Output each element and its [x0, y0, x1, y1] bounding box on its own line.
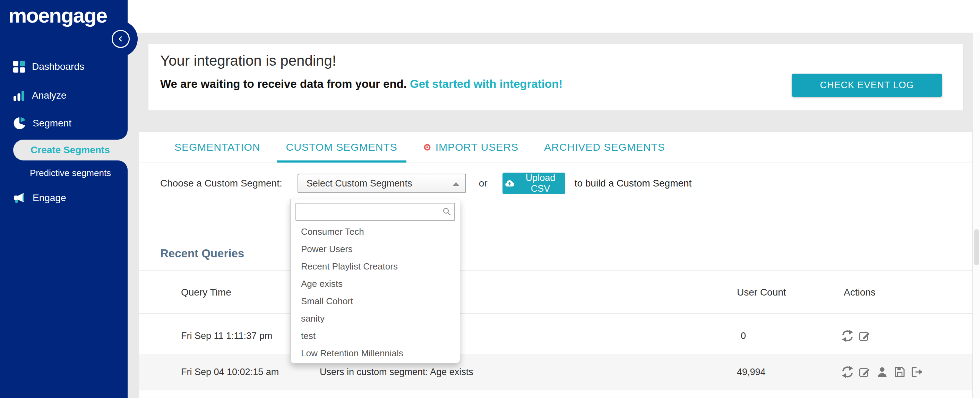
- custom-segment-chooser: Choose a Custom Segment: Select Custom S…: [160, 173, 692, 194]
- dropdown-option[interactable]: Low Retention Millennials: [291, 345, 460, 362]
- check-event-log-button[interactable]: CHECK EVENT LOG: [792, 74, 942, 97]
- banner-title: Your integration is pending!: [160, 53, 336, 69]
- upload-csv-label: Upload CSV: [518, 173, 563, 194]
- red-ring-dot-icon: [423, 143, 431, 152]
- tab-label: SEGMENTATION: [175, 141, 261, 153]
- edit-icon[interactable]: [859, 366, 871, 378]
- search-icon: [442, 207, 452, 216]
- save-icon[interactable]: [893, 366, 906, 378]
- sidebar-item-label: Analyze: [32, 90, 67, 101]
- table-row: Fri Sep 04 10:02:15 am Users in custom s…: [139, 354, 972, 390]
- tab-label: CUSTOM SEGMENTS: [286, 141, 398, 153]
- sidebar-active-item-label: Create Segments: [30, 144, 110, 156]
- section-divider: [139, 270, 972, 270]
- column-header-query-time: Query Time: [181, 287, 231, 298]
- sidebar-item-create-segments[interactable]: Create Segments: [13, 140, 127, 160]
- moengage-app: Live mixpanel_integration ? Need help S: [0, 0, 980, 398]
- top-header: [127, 0, 980, 33]
- tab-segmentation[interactable]: SEGMENTATION: [165, 132, 269, 163]
- chevron-left-icon: [118, 36, 124, 42]
- or-text: or: [479, 178, 488, 189]
- chooser-suffix-text: to build a Custom Segment: [574, 178, 692, 189]
- tab-label: ARCHIVED SEGMENTS: [544, 141, 665, 153]
- upload-csv-button[interactable]: Upload CSV: [503, 173, 565, 194]
- sidebar-item-segment[interactable]: Segment: [13, 116, 72, 130]
- user-count-cell: 0: [741, 331, 746, 341]
- dropdown-option[interactable]: sanity: [291, 310, 460, 327]
- export-icon[interactable]: [911, 366, 923, 378]
- custom-segments-select[interactable]: Select Custom Segments: [298, 174, 466, 193]
- segments-tab-bar: SEGMENTATION CUSTOM SEGMENTS IMPORT USER…: [139, 132, 972, 163]
- user-count-cell: 49,994: [737, 367, 766, 377]
- banner-message: We are waiting to receive data from your…: [160, 77, 563, 91]
- sidebar-item-engage[interactable]: Engage: [13, 191, 66, 205]
- dropdown-option[interactable]: test: [291, 327, 460, 345]
- column-header-user-count: User Count: [737, 287, 786, 298]
- query-time-cell: Fri Sep 04 10:02:15 am: [181, 367, 279, 377]
- sidebar-item-predictive-segments[interactable]: Predictive segments: [30, 166, 111, 180]
- tab-import-users[interactable]: IMPORT USERS: [414, 132, 527, 163]
- dropdown-options-list: Consumer Tech Power Users Recent Playlis…: [291, 223, 460, 362]
- moengage-logo[interactable]: moengage: [8, 3, 107, 27]
- edit-icon[interactable]: [859, 329, 871, 342]
- tab-archived-segments[interactable]: ARCHIVED SEGMENTS: [535, 132, 674, 163]
- refresh-icon[interactable]: [841, 366, 854, 378]
- dropdown-option[interactable]: Consumer Tech: [291, 223, 460, 240]
- sidebar-item-label: Dashboards: [32, 61, 84, 72]
- column-header-actions: Actions: [844, 287, 876, 298]
- user-icon[interactable]: [876, 366, 888, 378]
- dropdown-option[interactable]: Power Users: [291, 240, 460, 258]
- sidebar-top: moengage Dashboards Analyze Segmen: [0, 0, 127, 140]
- actions-cell: [841, 366, 923, 378]
- scrollbar-thumb[interactable]: [974, 229, 979, 265]
- sidebar-item-label: Engage: [33, 192, 66, 203]
- scrollbar-track[interactable]: [973, 33, 980, 398]
- actions-cell: [841, 329, 871, 342]
- dropdown-option[interactable]: Small Cohort: [291, 293, 460, 310]
- chooser-label: Choose a Custom Segment:: [160, 178, 282, 189]
- sidebar-item-label: Segment: [33, 118, 72, 129]
- dropdown-option[interactable]: Recent Playlist Creators: [291, 258, 460, 275]
- segments-card: SEGMENTATION CUSTOM SEGMENTS IMPORT USER…: [139, 131, 973, 398]
- caret-up-icon: [453, 182, 459, 186]
- sidebar-bottom: Predictive segments Engage: [0, 160, 127, 398]
- dropdown-option[interactable]: Age exists: [291, 275, 460, 293]
- grid-icon: [13, 61, 25, 73]
- get-started-link[interactable]: Get started with integration!: [410, 77, 563, 90]
- pie-chart-icon: [13, 117, 25, 129]
- bar-chart-icon: [13, 90, 25, 101]
- tab-custom-segments[interactable]: CUSTOM SEGMENTS: [277, 132, 406, 163]
- custom-segments-dropdown: Consumer Tech Power Users Recent Playlis…: [290, 199, 460, 363]
- banner-message-text: We are waiting to receive data from your…: [160, 77, 407, 90]
- sidebar-collapse-button[interactable]: [112, 30, 130, 48]
- megaphone-icon: [13, 192, 25, 204]
- sidebar-item-label: Predictive segments: [30, 168, 111, 179]
- query-info-cell: Users in custom segment: Age exists: [320, 367, 473, 377]
- sidebar-item-dashboards[interactable]: Dashboards: [13, 60, 84, 74]
- sidebar-item-analyze[interactable]: Analyze: [13, 89, 67, 102]
- cloud-upload-icon: [504, 179, 515, 188]
- select-value: Select Custom Segments: [307, 178, 412, 189]
- dropdown-search: [296, 203, 455, 221]
- query-time-cell: Fri Sep 11 1:11:37 pm: [181, 331, 272, 341]
- recent-queries-title: Recent Queries: [160, 247, 244, 260]
- tab-label: IMPORT USERS: [436, 141, 519, 153]
- dropdown-search-input[interactable]: [296, 203, 455, 221]
- integration-pending-banner: Your integration is pending! We are wait…: [148, 44, 964, 111]
- refresh-icon[interactable]: [841, 329, 854, 342]
